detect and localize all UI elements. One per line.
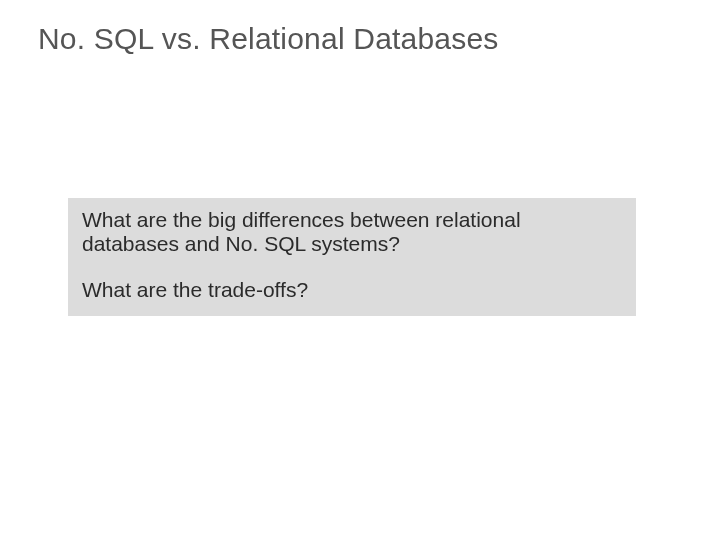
question-primary: What are the big differences between rel… <box>82 208 622 256</box>
question-secondary: What are the trade-offs? <box>82 278 622 302</box>
content-box: What are the big differences between rel… <box>68 198 636 316</box>
slide-title: No. SQL vs. Relational Databases <box>38 22 499 56</box>
